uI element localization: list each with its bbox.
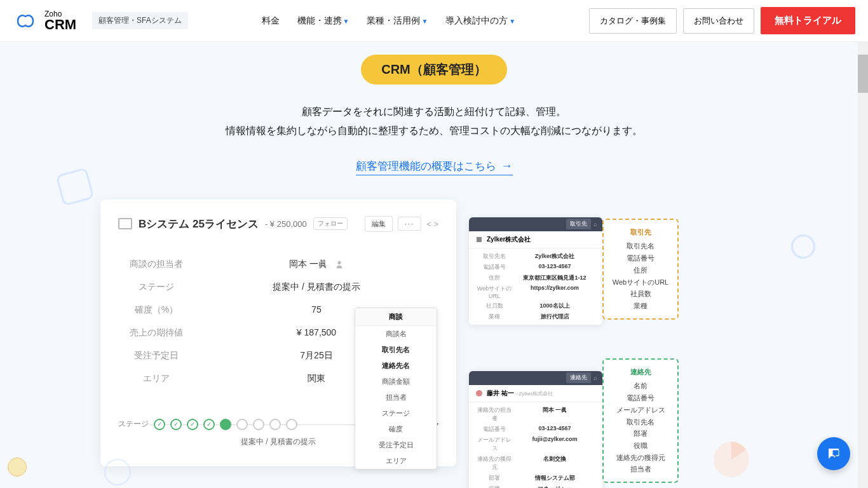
account-panel: 取引先 ⌕ Zylker株式会社 取引先名Zylker株式会社 電話番号03-1…	[469, 217, 602, 325]
popup-title: 商談	[355, 308, 437, 326]
field-label: 確度（%）	[118, 304, 194, 316]
callout-item: 担当者	[611, 463, 670, 475]
contact-callout: 連絡先 名前 電話番号 メールアドレス 取引先名 部署 役職 連絡先の獲得元 担…	[602, 358, 679, 483]
row-val: 旅行代理店	[513, 313, 596, 321]
stage-dot[interactable]	[269, 419, 281, 430]
callout-item: 社員数	[611, 288, 670, 300]
field-label: 売上の期待値	[118, 327, 194, 339]
cookie-icon[interactable]	[8, 458, 27, 477]
nav-pricing[interactable]: 料金	[262, 15, 280, 27]
row-key: 連絡先の担当者	[475, 406, 513, 423]
callout-item: 取引先名	[611, 416, 670, 428]
scrollbar[interactable]	[858, 42, 868, 488]
caret-down-icon: ▼	[343, 18, 349, 25]
popup-item: 受注予定日	[355, 437, 437, 453]
callout-item: 名前	[611, 380, 670, 392]
popup-item: エリア	[355, 453, 437, 469]
main-nav: 料金 機能・連携▼ 業種・活用例▼ 導入検討中の方▼	[262, 15, 516, 27]
callout-title: 取引先	[611, 226, 670, 238]
row-key: 住所	[475, 274, 513, 282]
trial-button[interactable]: 無料トライアル	[761, 7, 855, 34]
stage-dot[interactable]	[286, 419, 297, 430]
panel-body: 取引先名Zylker株式会社 電話番号03-123-4567 住所東京都江東区鶴…	[469, 248, 602, 325]
logo[interactable]: Zoho CRM 顧客管理・SFAシステム	[13, 10, 188, 32]
row-key: 業種	[475, 313, 513, 321]
row-key: 電話番号	[475, 425, 513, 433]
row-key: 部署	[475, 474, 513, 482]
row-val: fujii@zylker.com	[513, 436, 596, 452]
callout-item: 部署	[611, 428, 670, 440]
prev-next-nav[interactable]: < >	[426, 219, 438, 229]
stage-label: ステージ	[118, 419, 149, 430]
contact-button[interactable]: お問い合わせ	[683, 8, 754, 34]
caret-down-icon: ▼	[421, 18, 428, 25]
stage-dot[interactable]	[236, 419, 248, 430]
desc-line: 情報情報を集約しながら自動的に整理するため、管理コストの大幅な削減につながります…	[148, 121, 720, 140]
row-key: 社員数	[475, 302, 513, 310]
deal-fields-popup: 商談 商談名 取引先名 連絡先名 商談金額 担当者 ステージ 確度 受注予定日 …	[355, 308, 437, 470]
company-name: Zylker株式会社	[487, 235, 531, 244]
edit-button[interactable]: 編集	[365, 216, 393, 232]
panel-body: 連絡先の担当者岡本 一眞 電話番号03-123-4567 メールアドレスfuji…	[469, 402, 602, 488]
product-tag: 顧客管理・SFAシステム	[92, 12, 188, 29]
stage-dot[interactable]	[253, 419, 264, 430]
row-key: 連絡先の獲得元	[475, 455, 513, 471]
arrow-right-icon: →	[501, 159, 513, 173]
follow-button[interactable]: フォロー	[313, 217, 348, 230]
row-val: 03-123-4567	[513, 425, 596, 433]
callout-item: 業種	[611, 300, 670, 312]
stage-dot[interactable]: ✓	[187, 419, 198, 430]
header: Zoho CRM 顧客管理・SFAシステム 料金 機能・連携▼ 業種・活用例▼ …	[0, 0, 868, 42]
row-val: https://zylker.com	[513, 285, 596, 299]
overview-link[interactable]: 顧客管理機能の概要はこちら →	[356, 159, 513, 175]
phone-icon	[791, 234, 815, 259]
row-val: 東京都江東区鶴見通1-12	[513, 274, 596, 282]
row-val: マネージャー	[513, 485, 596, 488]
popup-item: 商談名	[355, 326, 437, 342]
chat-fab[interactable]	[817, 437, 850, 470]
field-label: ステージ	[118, 281, 194, 293]
more-button[interactable]: ···	[398, 217, 421, 231]
row-val: 名刺交換	[513, 455, 596, 471]
catalog-button[interactable]: カタログ・事例集	[589, 8, 677, 34]
stage-dot[interactable]: ✓	[203, 419, 215, 430]
popup-item: 連絡先名	[355, 358, 437, 374]
row-key: WebサイトのURL	[475, 285, 513, 299]
row-val: 03-123-4567	[513, 263, 596, 271]
stage-dot[interactable]: ✓	[154, 419, 165, 430]
contact-panel: 連絡先 ⌕ 藤井 祐一 - Zylker株式会社 連絡先の担当者岡本 一眞 電話…	[469, 371, 602, 488]
nav-features[interactable]: 機能・連携▼	[297, 15, 349, 27]
desc-line: 顧客データをそれに関連する活動と紐付けて記録、管理。	[148, 102, 720, 121]
logo-icon	[13, 11, 38, 30]
stage-dot[interactable]: ✓	[170, 419, 182, 430]
callout-item: 役職	[611, 440, 670, 452]
chat-icon	[826, 446, 841, 461]
callout-item: 電話番号	[611, 392, 670, 404]
row-val: 情報システム部	[513, 474, 596, 482]
popup-item: 担当者	[355, 390, 437, 405]
pie-decoration-icon	[709, 437, 754, 482]
panel-tab: 連絡先	[566, 372, 591, 383]
svg-point-2	[476, 390, 482, 396]
account-callout: 取引先 取引先名 電話番号 住所 WebサイトのURL 社員数 業種	[602, 219, 679, 320]
field-label: 受注予定日	[118, 350, 194, 362]
row-key: 役職	[475, 485, 513, 488]
search-icon: ⌕	[593, 374, 597, 381]
logo-text-main: CRM	[44, 18, 76, 32]
scroll-thumb[interactable]	[858, 55, 868, 93]
wallet-icon	[118, 218, 132, 229]
nav-considering[interactable]: 導入検討中の方▼	[445, 15, 515, 27]
avatar-icon	[475, 390, 483, 397]
stage-dot-current[interactable]	[220, 419, 231, 430]
panel-subheader: Zylker株式会社	[469, 231, 602, 248]
popup-item: 確度	[355, 421, 437, 437]
svg-point-0	[337, 261, 341, 264]
deal-title: Bシステム 25ライセンス	[139, 217, 259, 231]
panel-subheader: 藤井 祐一 - Zylker株式会社	[469, 385, 602, 402]
callout-item: 住所	[611, 264, 670, 276]
field-value: 提案中 / 見積書の提示	[194, 281, 438, 293]
header-buttons: カタログ・事例集 お問い合わせ 無料トライアル	[589, 7, 855, 34]
section-pill: CRM（顧客管理）	[361, 55, 507, 85]
nav-industries[interactable]: 業種・活用例▼	[367, 15, 428, 27]
deal-amount: - ¥ 250,000	[265, 219, 307, 229]
